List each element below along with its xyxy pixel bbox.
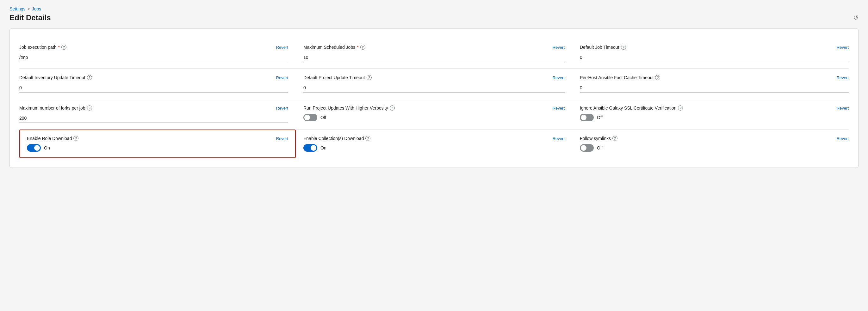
- help-icon[interactable]: ?: [87, 75, 92, 80]
- page-title: Edit Details: [9, 13, 51, 22]
- field-label: Default Job Timeout ?: [580, 45, 626, 50]
- field-label: Per-Host Ansible Fact Cache Timeout ?: [580, 75, 660, 80]
- label-text: Default Job Timeout: [580, 45, 619, 50]
- default-project-update-timeout-input[interactable]: [303, 83, 565, 92]
- ignore-ansible-galaxy-ssl-toggle[interactable]: [580, 114, 594, 121]
- field-job-execution-path: Job execution path * ? Revert: [19, 38, 296, 69]
- label-text: Enable Collection(s) Download: [303, 136, 364, 141]
- run-project-updates-toggle[interactable]: [303, 114, 317, 121]
- field-header: Follow symlinks ? Revert: [580, 136, 849, 141]
- field-label: Enable Collection(s) Download ?: [303, 136, 370, 141]
- label-text: Enable Role Download: [27, 136, 72, 141]
- field-label: Default Inventory Update Timeout ?: [19, 75, 92, 80]
- revert-button[interactable]: Revert: [276, 45, 288, 50]
- field-run-project-updates-with-higher-verbosity: Run Project Updates With Higher Verbosit…: [296, 99, 572, 130]
- toggle-label: Off: [597, 115, 602, 120]
- help-icon[interactable]: ?: [365, 136, 370, 141]
- field-header: Default Inventory Update Timeout ? Rever…: [19, 75, 288, 80]
- maximum-forks-per-job-input[interactable]: [19, 114, 288, 123]
- revert-button[interactable]: Revert: [837, 106, 849, 111]
- maximum-scheduled-jobs-input[interactable]: [303, 53, 565, 62]
- toggle-row: On: [303, 144, 565, 152]
- field-header: Enable Role Download ? Revert: [27, 136, 288, 141]
- field-header: Maximum Scheduled Jobs * ? Revert: [303, 45, 565, 50]
- label-text: Maximum Scheduled Jobs: [303, 45, 355, 50]
- toggle-row: Off: [580, 144, 849, 152]
- default-inventory-update-timeout-input[interactable]: [19, 83, 288, 92]
- help-icon[interactable]: ?: [87, 106, 92, 111]
- per-host-ansible-fact-cache-timeout-input[interactable]: [580, 83, 849, 92]
- revert-button[interactable]: Revert: [837, 136, 849, 141]
- help-icon[interactable]: ?: [612, 136, 617, 141]
- toggle-label: On: [44, 145, 50, 150]
- label-text: Per-Host Ansible Fact Cache Timeout: [580, 75, 654, 80]
- revert-button[interactable]: Revert: [553, 75, 565, 80]
- breadcrumb-jobs: Jobs: [32, 6, 41, 11]
- field-maximum-number-of-forks-per-job: Maximum number of forks per job ? Revert: [19, 99, 296, 130]
- toggle-row: On: [27, 144, 288, 152]
- breadcrumb-separator: >: [28, 6, 30, 11]
- toggle-slider: [303, 114, 317, 121]
- field-default-project-update-timeout: Default Project Update Timeout ? Revert: [296, 69, 572, 99]
- toggle-row: Off: [580, 114, 849, 121]
- field-default-job-timeout: Default Job Timeout ? Revert: [572, 38, 849, 69]
- field-header: Per-Host Ansible Fact Cache Timeout ? Re…: [580, 75, 849, 80]
- field-header: Job execution path * ? Revert: [19, 45, 288, 50]
- field-label: Job execution path * ?: [19, 45, 66, 50]
- toggle-slider: [303, 144, 317, 152]
- revert-button[interactable]: Revert: [276, 75, 288, 80]
- field-label: Follow symlinks ?: [580, 136, 617, 141]
- toggle-slider: [27, 144, 41, 152]
- field-default-inventory-update-timeout: Default Inventory Update Timeout ? Rever…: [19, 69, 296, 99]
- revert-button[interactable]: Revert: [553, 45, 565, 50]
- revert-button[interactable]: Revert: [837, 75, 849, 80]
- default-job-timeout-input[interactable]: [580, 53, 849, 62]
- label-text: Maximum number of forks per job: [19, 106, 85, 111]
- revert-button[interactable]: Revert: [553, 136, 565, 141]
- page-header: Edit Details ↺: [9, 13, 859, 22]
- job-execution-path-input[interactable]: [19, 53, 288, 62]
- enable-role-download-toggle[interactable]: [27, 144, 41, 152]
- label-text: Follow symlinks: [580, 136, 611, 141]
- field-header: Run Project Updates With Higher Verbosit…: [303, 106, 565, 111]
- revert-button[interactable]: Revert: [276, 106, 288, 111]
- label-text: Job execution path: [19, 45, 57, 50]
- follow-symlinks-toggle[interactable]: [580, 144, 594, 152]
- field-label: Default Project Update Timeout ?: [303, 75, 372, 80]
- help-icon[interactable]: ?: [390, 106, 395, 111]
- revert-button[interactable]: Revert: [553, 106, 565, 111]
- toggle-slider: [580, 144, 594, 152]
- help-icon[interactable]: ?: [678, 106, 683, 111]
- label-text: Default Inventory Update Timeout: [19, 75, 85, 80]
- help-icon[interactable]: ?: [360, 45, 365, 50]
- revert-all-icon[interactable]: ↺: [853, 14, 859, 22]
- field-header: Default Project Update Timeout ? Revert: [303, 75, 565, 80]
- help-icon[interactable]: ?: [61, 45, 66, 50]
- field-maximum-scheduled-jobs: Maximum Scheduled Jobs * ? Revert: [296, 38, 572, 69]
- toggle-label: Off: [597, 145, 602, 150]
- label-text: Run Project Updates With Higher Verbosit…: [303, 106, 388, 111]
- breadcrumb: Settings > Jobs: [9, 6, 859, 11]
- field-header: Default Job Timeout ? Revert: [580, 45, 849, 50]
- field-label: Enable Role Download ?: [27, 136, 79, 141]
- toggle-label: Off: [320, 115, 326, 120]
- required-marker: *: [58, 45, 60, 50]
- revert-button[interactable]: Revert: [276, 136, 288, 141]
- revert-button[interactable]: Revert: [837, 45, 849, 50]
- field-header: Maximum number of forks per job ? Revert: [19, 106, 288, 111]
- form-grid: Job execution path * ? Revert Maximum Sc…: [19, 38, 849, 158]
- help-icon[interactable]: ?: [621, 45, 626, 50]
- enable-collections-download-toggle[interactable]: [303, 144, 317, 152]
- help-icon[interactable]: ?: [73, 136, 79, 141]
- help-icon[interactable]: ?: [655, 75, 660, 80]
- field-follow-symlinks: Follow symlinks ? Revert Off: [572, 130, 849, 158]
- form-card: Job execution path * ? Revert Maximum Sc…: [9, 29, 859, 168]
- field-label: Maximum number of forks per job ?: [19, 106, 92, 111]
- field-label: Maximum Scheduled Jobs * ?: [303, 45, 365, 50]
- label-text: Default Project Update Timeout: [303, 75, 365, 80]
- field-per-host-ansible-fact-cache-timeout: Per-Host Ansible Fact Cache Timeout ? Re…: [572, 69, 849, 99]
- toggle-slider: [580, 114, 594, 121]
- help-icon[interactable]: ?: [367, 75, 372, 80]
- breadcrumb-settings[interactable]: Settings: [9, 6, 26, 11]
- field-ignore-ansible-galaxy-ssl-certificate-verification: Ignore Ansible Galaxy SSL Certificate Ve…: [572, 99, 849, 130]
